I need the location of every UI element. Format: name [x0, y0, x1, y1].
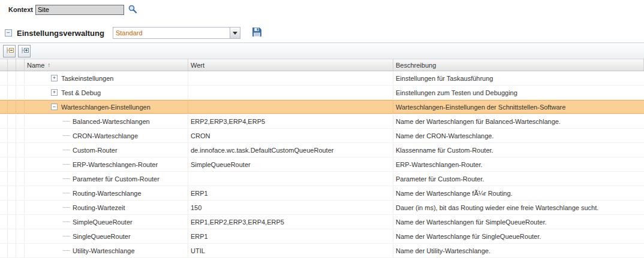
context-bar: Kontext	[8, 4, 139, 16]
table-row[interactable]: SimpleQueueRouter ERP1,ERP2,ERP3,ERP4,ER…	[0, 215, 644, 229]
settings-page: Kontext Einstellungsverwaltung Standard	[0, 0, 644, 258]
gutter-header	[16, 59, 25, 71]
name-cell: Balanced-Warteschlangen	[25, 114, 188, 128]
row-name: Custom-Router	[73, 147, 118, 154]
wert-cell: ERP1	[188, 229, 393, 243]
page-title: Einstellungsverwaltung	[17, 29, 104, 38]
collapse-all-icon	[5, 46, 14, 56]
column-header-name[interactable]: Name	[25, 59, 188, 71]
tree-elbow	[63, 236, 70, 236]
name-cell: Routing-Warteschlange	[25, 186, 188, 200]
beschreibung-cell: Einstellungen zum Testen und Debugging	[393, 86, 644, 99]
section-bar: Einstellungsverwaltung Standard	[5, 26, 263, 40]
beschreibung-cell: Warteschlangen-Einstellungen der Schnitt…	[393, 100, 644, 114]
search-button[interactable]	[127, 4, 139, 16]
tree-elbow	[63, 164, 70, 165]
preset-value: Standard	[113, 28, 230, 38]
save-button[interactable]	[251, 27, 263, 40]
collapse-icon[interactable]	[51, 104, 58, 110]
table-row[interactable]: CRON-Warteschlange CRON Name der CRON-Wa…	[0, 129, 644, 143]
tree-elbow	[63, 178, 70, 179]
table-row[interactable]: Taskeinstellungen Einstellungen für Task…	[0, 71, 644, 86]
wert-cell	[188, 172, 393, 186]
table-row[interactable]: Routing-Warteschlange ERP1 Name der Wart…	[0, 186, 644, 201]
settings-grid-panel: Name Wert Beschreibung Taskeinstellungen	[0, 43, 644, 258]
beschreibung-cell: Name der Warteschlange fÃ¼r Routing.	[393, 186, 644, 200]
gutter-header	[0, 59, 8, 71]
search-icon	[128, 4, 137, 16]
wert-cell: CRON	[188, 129, 393, 142]
table-row[interactable]: ERP-Warteschlangen-Router SimpleQueueRou…	[0, 157, 644, 172]
expand-icon[interactable]	[51, 89, 58, 96]
row-name: Warteschlangen-Einstellungen	[61, 104, 151, 111]
name-cell: Parameter für Custom-Router	[25, 172, 188, 186]
beschreibung-cell: Parameter für Custom-Router.	[393, 172, 644, 186]
tree-elbow	[63, 135, 70, 136]
expand-icon[interactable]	[51, 75, 58, 81]
tree-elbow	[63, 193, 70, 193]
save-icon	[252, 27, 262, 39]
column-header-beschreibung[interactable]: Beschreibung	[393, 59, 644, 71]
beschreibung-cell: Name der Warteschlange für SingleQueueRo…	[393, 229, 644, 243]
grid-body: Taskeinstellungen Einstellungen für Task…	[0, 71, 644, 258]
name-cell: ERP-Warteschlangen-Router	[25, 157, 188, 171]
row-name: SingleQueueRouter	[73, 233, 131, 240]
wert-cell: ERP2,ERP3,ERP4,ERP5	[188, 114, 393, 128]
preset-combobox[interactable]: Standard	[113, 27, 240, 39]
tree-elbow	[63, 207, 70, 208]
tree-elbow	[63, 221, 70, 222]
table-row[interactable]: Parameter für Custom-Router Parameter fü…	[0, 172, 644, 186]
row-name: SimpleQueueRouter	[73, 218, 133, 226]
beschreibung-cell: ERP-Warteschlangen-Router.	[393, 157, 644, 171]
name-cell: Utility-Warteschlange	[25, 244, 188, 257]
collapse-all-button[interactable]	[3, 45, 16, 57]
row-name: Parameter für Custom-Router	[73, 175, 160, 183]
table-row[interactable]: Custom-Router de.innoface.wc.task.Defaul…	[0, 143, 644, 157]
row-name: Balanced-Warteschlangen	[73, 118, 150, 125]
expand-all-icon	[20, 46, 29, 56]
beschreibung-cell: Name der Warteschlangen für Balanced-War…	[393, 114, 644, 128]
row-name: ERP-Warteschlangen-Router	[73, 161, 158, 168]
wert-cell	[188, 71, 393, 85]
name-cell: SingleQueueRouter	[25, 229, 188, 243]
context-label: Kontext	[8, 6, 33, 13]
tree-elbow	[63, 150, 70, 150]
table-row[interactable]: Routing-Wartezeit 150 Dauer (in ms), bit…	[0, 201, 644, 215]
row-name: Utility-Warteschlange	[73, 247, 135, 254]
table-row[interactable]: Test & Debug Einstellungen zum Testen un…	[0, 86, 644, 100]
wert-cell: ERP1	[188, 186, 393, 200]
beschreibung-cell: Dauer (in ms), bit das Routing wieder ei…	[393, 201, 644, 214]
table-row[interactable]: SingleQueueRouter ERP1 Name der Wartesch…	[0, 229, 644, 244]
name-cell: Warteschlangen-Einstellungen	[25, 100, 188, 114]
table-row-selected[interactable]: Warteschlangen-Einstellungen Warteschlan…	[0, 100, 644, 114]
gutter-header	[8, 59, 16, 71]
grid-toolbar	[0, 43, 644, 59]
row-name: Routing-Wartezeit	[73, 204, 125, 211]
chevron-down-icon	[233, 32, 237, 35]
grid-header: Name Wert Beschreibung	[0, 59, 644, 71]
sort-ascending-icon	[47, 62, 50, 68]
wert-cell: 150	[188, 201, 393, 214]
row-name: Routing-Warteschlange	[73, 190, 142, 197]
name-cell: Routing-Wartezeit	[25, 201, 188, 214]
name-cell: SimpleQueueRouter	[25, 215, 188, 229]
beschreibung-cell: Name der Warteschlangen für SimpleQueueR…	[393, 215, 644, 229]
beschreibung-cell: Name der Utility-Warteschlange.	[393, 244, 644, 257]
context-input[interactable]	[35, 5, 124, 15]
column-header-wert[interactable]: Wert	[188, 59, 393, 71]
tree-elbow	[63, 121, 70, 122]
name-cell: Custom-Router	[25, 143, 188, 157]
name-cell: Taskeinstellungen	[25, 71, 188, 85]
table-row[interactable]: Utility-Warteschlange UTIL Name der Util…	[0, 244, 644, 258]
collapse-panel-icon[interactable]	[5, 29, 12, 37]
row-name: Test & Debug	[61, 89, 101, 96]
name-cell: Test & Debug	[25, 86, 188, 99]
row-name: CRON-Warteschlange	[73, 132, 138, 139]
table-row[interactable]: Balanced-Warteschlangen ERP2,ERP3,ERP4,E…	[0, 114, 644, 129]
wert-cell	[188, 100, 393, 114]
wert-cell: UTIL	[188, 244, 393, 257]
expand-all-button[interactable]	[18, 45, 31, 57]
combo-dropdown-trigger[interactable]	[230, 28, 240, 38]
row-name: Taskeinstellungen	[61, 75, 113, 82]
wert-cell: ERP1,ERP2,ERP3,ERP4,ERP5	[188, 215, 393, 229]
